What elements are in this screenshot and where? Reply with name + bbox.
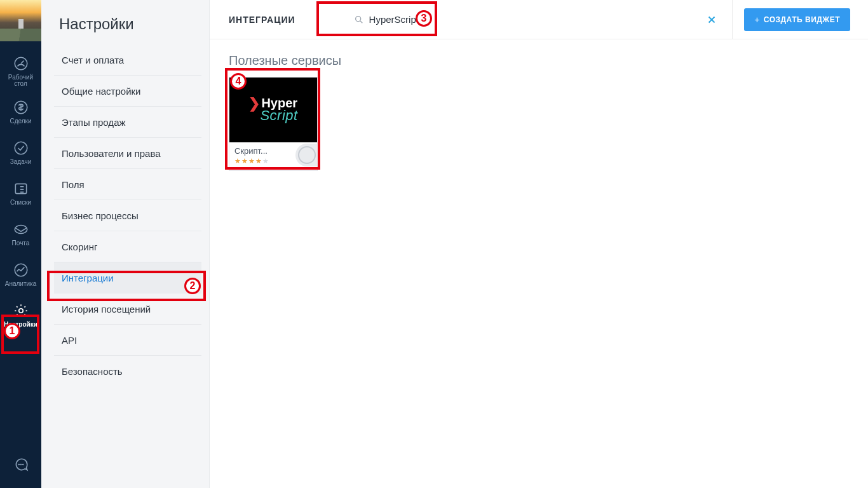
widget-install-toggle[interactable] [295,144,318,166]
nav-label: Рабочий стол [8,74,33,88]
svg-point-4 [15,225,27,233]
gear-icon [13,302,29,319]
page-title: ИНТЕГРАЦИИ [229,15,295,25]
svg-point-9 [22,464,23,464]
divider [732,0,733,39]
nav-label: Задачи [10,159,32,166]
gauge-icon [13,55,29,72]
settings-title: Настройки [41,0,209,44]
create-widget-button[interactable]: + СОЗДАТЬ ВИДЖЕТ [744,8,850,31]
logo-text-bottom: Script [260,109,297,123]
section-title: Полезные сервисы [229,53,849,68]
svg-point-8 [20,464,21,464]
list-icon [13,180,29,197]
settings-link-fields[interactable]: Поля [54,169,201,200]
nav-label: Почта [12,240,30,247]
nav-chat[interactable] [0,449,41,480]
nav-label: Сделки [10,118,31,125]
mail-icon [13,221,29,238]
nav-rail-bottom [0,449,41,488]
dollar-icon [13,99,29,116]
settings-link-api[interactable]: API [54,325,201,356]
topbar: ИНТЕГРАЦИИ + СОЗДАТЬ ВИДЖЕТ [210,0,868,39]
search-wrap [354,14,484,25]
settings-link-general[interactable]: Общие настройки [54,76,201,107]
search-input[interactable] [369,14,484,25]
settings-link-integrations[interactable]: Интеграции [54,262,201,294]
create-widget-label: СОЗДАТЬ ВИДЖЕТ [764,15,840,24]
nav-deals[interactable]: Сделки [0,92,41,132]
nav-settings[interactable]: Настройки [0,295,41,336]
nav-analytics[interactable]: Аналитика [0,254,41,295]
widget-thumbnail: ❯Hyper Script [229,78,317,142]
main-area: ИНТЕГРАЦИИ + СОЗДАТЬ ВИДЖЕТ Полезные сер… [210,0,868,488]
nav-mail[interactable]: Почта [0,214,41,254]
hyperscript-logo: ❯Hyper Script [248,97,297,123]
account-logo[interactable] [0,0,41,41]
chat-icon [13,456,29,473]
widget-card-hyperscript[interactable]: ❯Hyper Script Скрипт... ★★★★★ [229,77,318,171]
svg-point-10 [355,16,360,21]
search-icon [354,15,364,25]
nav-rail-items: Рабочий стол Сделки Задачи Списки Почта … [0,41,41,449]
nav-lists[interactable]: Списки [0,173,41,214]
arrow-icon: ❯ [248,95,260,111]
settings-link-stages[interactable]: Этапы продаж [54,107,201,138]
nav-label: Списки [10,200,31,207]
close-icon [706,14,717,25]
plus-icon: + [754,15,760,25]
settings-link-processes[interactable]: Бизнес процессы [54,200,201,231]
chart-icon [13,262,29,278]
widget-meta: Скрипт... ★★★★★ [229,142,317,170]
check-circle-icon [13,140,29,156]
nav-label: Настройки [4,322,37,329]
nav-label: Аналитика [5,281,37,288]
settings-link-users[interactable]: Пользователи и права [54,138,201,169]
svg-point-2 [15,142,27,154]
svg-point-7 [18,464,19,464]
settings-menu: Счет и оплата Общие настройки Этапы прод… [41,44,209,387]
content: Полезные сервисы ❯Hyper Script Скрипт...… [210,39,868,185]
settings-link-security[interactable]: Безопасность [54,356,201,387]
nav-dashboard[interactable]: Рабочий стол [0,51,41,92]
settings-link-scoring[interactable]: Скоринг [54,231,201,262]
svg-point-6 [18,309,23,313]
nav-rail: Рабочий стол Сделки Задачи Списки Почта … [0,0,41,488]
search-clear-button[interactable] [703,11,721,29]
settings-link-history[interactable]: История посещений [54,294,201,325]
nav-tasks[interactable]: Задачи [0,132,41,173]
settings-link-billing[interactable]: Счет и оплата [54,44,201,76]
settings-sidebar: Настройки Счет и оплата Общие настройки … [41,0,210,488]
